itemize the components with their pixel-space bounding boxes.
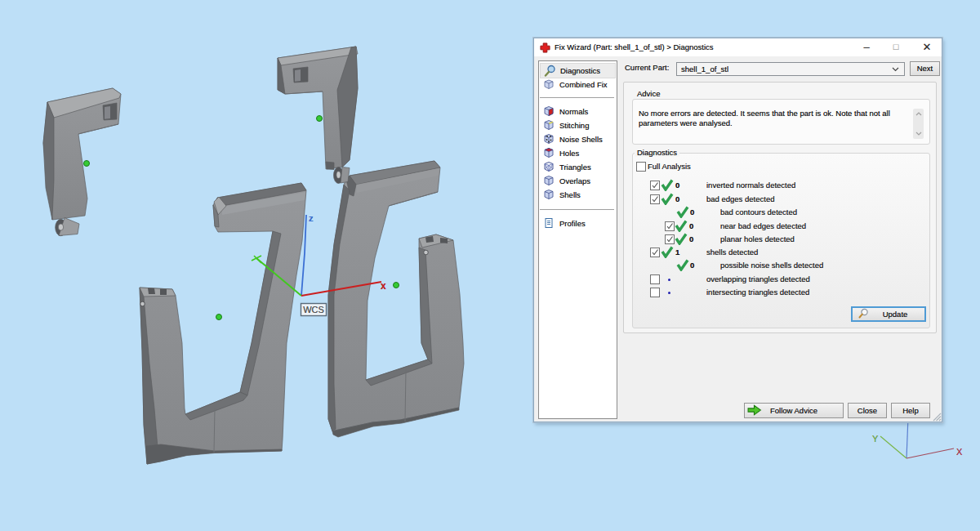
svg-text:X: X [956,447,963,457]
svg-text:x: x [381,280,386,292]
svg-text:z: z [309,213,314,223]
svg-text:WCS: WCS [303,305,324,315]
svg-text:Y: Y [872,434,879,444]
